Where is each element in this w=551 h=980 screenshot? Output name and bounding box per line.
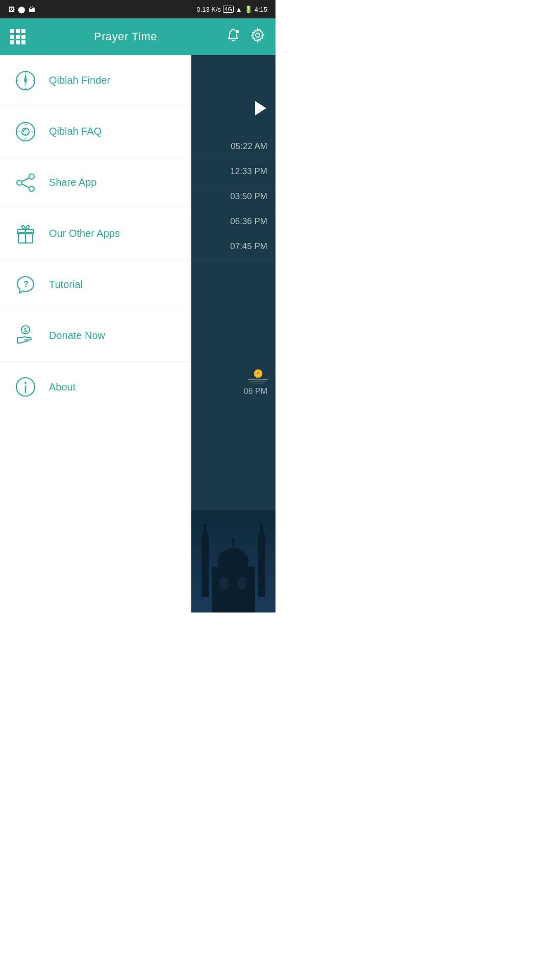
asr-time: 03:50 PM [230,191,267,202]
info-circle-icon [14,376,37,398]
svg-point-12 [17,130,20,133]
prayer-row-fajr: 05:22 AM [191,134,276,159]
other-apps-label: Our Other Apps [49,228,120,239]
sunset-time: 06 PM [244,387,269,396]
svg-point-48 [232,538,235,542]
menu-item-donate-now[interactable]: $ Donate Now [0,310,191,361]
battery-icon: 🔋 [244,6,253,13]
clock: 4:15 [255,6,267,13]
fajr-time: 05:22 AM [231,141,267,152]
svg-rect-43 [260,524,263,528]
svg-rect-46 [238,577,247,590]
app-header: Prayer Time [0,18,276,55]
status-bar: 🖼 ⬤ 🏔 0.13 K/s 4G ▲ 🔋 4:15 [0,0,276,18]
status-right: 0.13 K/s 4G ▲ 🔋 4:15 [196,6,267,13]
signal-bars: ▲ [236,6,242,13]
grid-menu-icon[interactable] [10,29,26,44]
status-icon-circle: ⬤ [18,6,26,13]
sunset-icon [247,366,269,384]
menu-item-share-app[interactable]: Share App [0,157,191,208]
prayer-row-dhuhr: 12:33 PM [191,159,276,184]
svg-point-17 [29,174,34,179]
svg-point-1 [256,33,260,37]
svg-line-20 [22,178,29,181]
menu-item-about[interactable]: About [0,361,191,412]
donate-hand-icon: $ [14,325,37,347]
isha-time: 07:45 PM [230,241,267,252]
svg-marker-4 [24,74,27,81]
gift-icon [14,223,37,245]
tutorial-label: Tutorial [49,279,83,290]
status-icon-photo: 🖼 [8,6,15,13]
svg-rect-38 [202,536,209,597]
menu-item-qiblah-finder[interactable]: Qiblah Finder [0,55,191,106]
donate-now-label: Donate Now [49,330,105,341]
prayer-times-panel: 05:22 AM 12:33 PM 03:50 PM 06:36 PM 07:4… [191,55,276,612]
svg-point-0 [235,30,239,34]
share-app-label: Share App [49,177,96,188]
svg-point-13 [31,130,34,133]
svg-point-19 [29,186,34,191]
about-label: About [49,381,76,393]
svg-point-29 [24,382,27,384]
svg-point-31 [254,370,262,378]
qiblah-faq-label: Qiblah FAQ [49,126,102,137]
svg-text:$: $ [24,327,27,333]
menu-item-tutorial[interactable]: ? Tutorial [0,259,191,310]
mosque-silhouette [191,510,276,612]
compass-icon [14,69,37,92]
svg-rect-40 [204,524,207,528]
prayer-row-isha: 07:45 PM [191,234,276,259]
prayer-row-maghrib: 06:36 PM [191,209,276,234]
network-speed: 0.13 K/s [196,6,221,13]
svg-rect-44 [212,567,255,612]
svg-point-16 [25,133,26,134]
svg-point-14 [24,137,27,140]
sunset-section: 06 PM [191,366,276,396]
svg-rect-45 [219,577,229,590]
settings-gear-icon[interactable] [250,28,265,46]
faq-icon [14,120,37,143]
share-icon [14,172,37,194]
svg-point-18 [17,180,22,185]
status-icon-mountain: 🏔 [29,6,35,13]
play-button[interactable] [255,101,266,115]
dhuhr-time: 12:33 PM [230,166,267,177]
svg-text:?: ? [23,280,29,288]
svg-rect-41 [258,536,265,597]
maghrib-time: 06:36 PM [230,216,267,227]
question-bubble-icon: ? [14,274,37,296]
svg-point-11 [24,123,27,126]
sunset-icon-wrap [247,366,269,384]
header-actions [226,28,265,46]
qiblah-finder-label: Qiblah Finder [49,75,110,86]
svg-marker-5 [24,81,27,88]
network-type: 4G [223,6,234,13]
main-container: Qiblah Finder Qiblah FAQ [0,55,276,612]
prayer-row-asr: 03:50 PM [191,184,276,209]
status-left: 🖼 ⬤ 🏔 [8,6,35,13]
svg-line-21 [22,184,29,187]
notification-bell-icon[interactable] [226,28,241,46]
app-title: Prayer Time [94,30,157,43]
menu-item-other-apps[interactable]: Our Other Apps [0,208,191,259]
prayer-times-list: 05:22 AM 12:33 PM 03:50 PM 06:36 PM 07:4… [191,134,276,259]
side-drawer: Qiblah Finder Qiblah FAQ [0,55,191,612]
menu-item-qiblah-faq[interactable]: Qiblah FAQ [0,106,191,157]
